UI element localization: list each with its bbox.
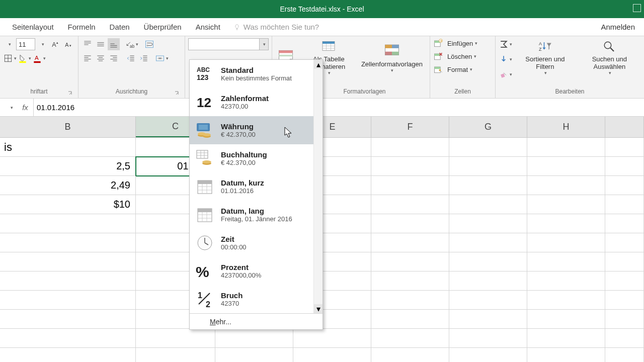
tab-formulas[interactable]: Formeln bbox=[61, 18, 103, 36]
group-font: ▾ 11 ▾ A▴ A▾ ▾ ▾ A▾ hriftart bbox=[0, 36, 78, 98]
decrease-font-icon[interactable]: A▾ bbox=[62, 38, 74, 50]
clock-icon bbox=[195, 233, 215, 253]
font-color-icon[interactable]: A▾ bbox=[32, 52, 46, 64]
format-cells-icon bbox=[433, 64, 443, 74]
sort-filter-icon: AZ bbox=[536, 39, 553, 54]
gallery-item-standard[interactable]: ABC123StandardKein bestimmtes Format bbox=[190, 60, 313, 88]
cell-b4[interactable]: $10 bbox=[0, 195, 136, 214]
increase-indent-icon[interactable] bbox=[138, 52, 150, 64]
svg-text:123: 123 bbox=[197, 73, 209, 81]
number-format-combo[interactable]: ▾ bbox=[188, 38, 269, 50]
scroll-down-icon[interactable]: ▾ bbox=[314, 304, 323, 313]
insert-button[interactable]: Einfügen bbox=[447, 40, 473, 47]
fill-color-icon[interactable]: ▾ bbox=[18, 52, 31, 64]
tellme-box[interactable]: Was möchten Sie tun? bbox=[233, 23, 319, 31]
svg-rect-21 bbox=[392, 51, 399, 55]
align-bottom-icon[interactable] bbox=[108, 38, 120, 50]
formula-bar-value[interactable]: 01.01.2016 bbox=[33, 99, 644, 116]
delete-button[interactable]: Löschen bbox=[447, 53, 472, 60]
gallery-item-bruch[interactable]: 12Bruch42370 bbox=[190, 285, 313, 313]
svg-rect-44 bbox=[197, 150, 208, 158]
gallery-item-datum-kurz[interactable]: Datum, kurz01.01.2016 bbox=[190, 172, 313, 201]
align-top-icon[interactable] bbox=[82, 38, 94, 50]
number-format-drop-icon[interactable]: ▾ bbox=[259, 39, 268, 50]
find-icon bbox=[601, 39, 618, 54]
wrap-text-icon[interactable] bbox=[143, 38, 155, 50]
col-header-f[interactable]: F bbox=[371, 117, 449, 137]
gallery-item-buchhaltung[interactable]: Buchhaltung€ 42.370,00 bbox=[190, 144, 313, 172]
name-box-drop[interactable]: ▾ bbox=[5, 102, 17, 114]
percent-icon: % bbox=[195, 261, 215, 281]
fill-icon[interactable]: ▾ bbox=[499, 53, 512, 65]
gallery-item-sub: Freitag, 01. Jänner 2016 bbox=[221, 215, 292, 223]
gallery-item-sub: € 42.370,00 bbox=[221, 159, 267, 166]
format-button[interactable]: Format bbox=[447, 66, 468, 73]
svg-rect-13 bbox=[279, 55, 292, 56]
align-launcher-icon[interactable] bbox=[174, 90, 181, 97]
col-header-g[interactable]: G bbox=[449, 117, 527, 137]
group-edit-label: Bearbeiten bbox=[555, 88, 584, 95]
tab-view[interactable]: Ansicht bbox=[189, 18, 227, 36]
gallery-item-zeit[interactable]: Zeit00:00:00 bbox=[190, 229, 313, 257]
align-middle-icon[interactable] bbox=[95, 38, 107, 50]
gallery-item-title: Buchhaltung bbox=[221, 150, 267, 159]
find-select-button[interactable]: Suchen und Auswählen▾ bbox=[578, 38, 641, 76]
merge-center-icon[interactable]: ▾ bbox=[155, 52, 169, 64]
gallery-item-title: Datum, kurz bbox=[221, 178, 264, 187]
orientation-icon[interactable]: ab▾ bbox=[125, 38, 138, 50]
number-format-more[interactable]: Mehr... bbox=[190, 313, 323, 329]
svg-rect-5 bbox=[19, 61, 26, 63]
font-size-drop[interactable]: ▾ bbox=[36, 38, 48, 50]
svg-text:Z: Z bbox=[539, 47, 542, 52]
col-header-h[interactable]: H bbox=[527, 117, 605, 137]
clear-icon[interactable]: ▾ bbox=[499, 68, 512, 80]
gallery-item-w-hrung[interactable]: Währung€ 42.370,00 bbox=[190, 116, 313, 144]
gallery-scrollbar[interactable]: ▴ ▾ bbox=[313, 60, 323, 313]
calendar-icon bbox=[195, 176, 215, 197]
svg-rect-12 bbox=[279, 50, 292, 53]
align-left-icon[interactable] bbox=[82, 52, 94, 64]
align-center-icon[interactable] bbox=[95, 52, 107, 64]
gallery-item-datum-lang[interactable]: Datum, langFreitag, 01. Jänner 2016 bbox=[190, 201, 313, 229]
tab-layout[interactable]: Seitenlayout bbox=[5, 18, 61, 36]
svg-text:1: 1 bbox=[198, 291, 202, 300]
gallery-item-prozent[interactable]: %Prozent4237000,00% bbox=[190, 257, 313, 285]
lightbulb-icon bbox=[233, 24, 240, 31]
cell-a1-overflow[interactable]: is bbox=[0, 138, 136, 157]
gallery-item-title: Prozent bbox=[221, 263, 261, 272]
decrease-indent-icon[interactable] bbox=[125, 52, 137, 64]
align-right-icon[interactable] bbox=[108, 52, 120, 64]
col-header-i[interactable] bbox=[605, 117, 644, 137]
gallery-item-sub: Kein bestimmtes Format bbox=[221, 74, 292, 82]
sort-filter-button[interactable]: AZ Sortieren und Filtern▾ bbox=[517, 38, 573, 76]
font-size-box[interactable]: 11 bbox=[16, 38, 35, 50]
svg-text:%: % bbox=[196, 263, 209, 280]
border-icon[interactable]: ▾ bbox=[3, 52, 17, 64]
group-cells-label: Zellen bbox=[454, 88, 471, 95]
gallery-item-title: Zeit bbox=[221, 235, 247, 243]
svg-text:A: A bbox=[539, 41, 542, 46]
svg-rect-48 bbox=[198, 180, 212, 184]
gallery-item-zahlenformat[interactable]: 12Zahlenformat42370,00 bbox=[190, 88, 313, 116]
cell-b2[interactable]: 2,5 bbox=[0, 157, 136, 176]
increase-font-icon[interactable]: A▴ bbox=[49, 38, 61, 50]
font-name-drop[interactable]: ▾ bbox=[3, 38, 15, 50]
col-header-b[interactable]: B bbox=[0, 117, 136, 137]
tab-review[interactable]: Überprüfen bbox=[137, 18, 189, 36]
fx-icon[interactable]: fx bbox=[17, 103, 33, 112]
autosum-icon[interactable]: ▾ bbox=[499, 38, 512, 50]
svg-rect-50 bbox=[198, 209, 212, 212]
tab-data[interactable]: Daten bbox=[103, 18, 137, 36]
window-restore-icon[interactable] bbox=[633, 4, 641, 12]
scroll-up-icon[interactable]: ▴ bbox=[314, 60, 323, 69]
login-link[interactable]: Anmelden bbox=[601, 23, 635, 31]
svg-rect-7 bbox=[34, 61, 40, 63]
number-format-gallery: ABC123StandardKein bestimmtes Format12Za… bbox=[189, 59, 323, 330]
svg-rect-18 bbox=[385, 45, 392, 48]
gallery-item-title: Zahlenformat bbox=[221, 94, 269, 103]
cell-b3[interactable]: 2,49 bbox=[0, 176, 136, 195]
gallery-item-sub: 00:00:00 bbox=[221, 243, 247, 251]
cell-styles-button[interactable]: Zellenformatvorlagen▾ bbox=[357, 38, 427, 76]
font-launcher-icon[interactable] bbox=[67, 90, 74, 97]
table-icon bbox=[320, 39, 337, 54]
